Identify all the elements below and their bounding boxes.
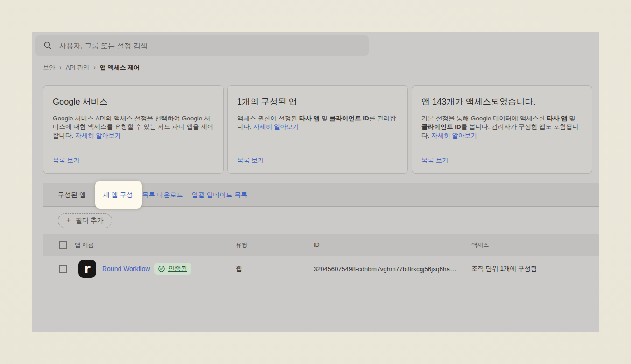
info-cards: Google 서비스 Google 서비스 API의 액세스 설정을 선택하여 … [43,85,592,174]
card-text-bold: 클라이언트 ID [330,115,369,122]
header-app-name: 앱 이름 [75,241,94,249]
card-text: 및 [568,115,575,122]
chevron-right-icon: › [59,63,62,71]
verified-badge-label: 인증됨 [168,265,187,273]
card-text-bold: 클라이언트 ID [421,123,461,130]
learn-more-link[interactable]: 자세히 알아보기 [253,123,299,130]
add-filter-button[interactable]: + 필터 추가 [58,213,112,228]
app-access-cell: 조직 단위 1개에 구성됨 [471,265,537,273]
bulk-update-list-button[interactable]: 일괄 업데이트 목록 [192,191,248,199]
chevron-right-icon: › [93,63,96,71]
apps-toolbar: 구성된 앱 새 앱 구성 목록 다운로드 일괄 업데이트 목록 [43,183,599,207]
header-id: ID [314,242,320,248]
view-list-link[interactable]: 목록 보기 [421,156,449,165]
search-icon [43,41,52,50]
card-title: Google 서비스 [53,96,214,107]
app-logo-icon: r [78,260,96,278]
search-bar[interactable] [35,35,369,56]
card-text: 액세스 권한이 설정된 [237,115,299,122]
view-list-link[interactable]: 목록 보기 [237,156,264,165]
header-access: 액세스 [471,241,489,249]
filter-row: + 필터 추가 [43,207,599,234]
card-text-bold: 타사 앱 [299,115,320,122]
card-accessed-apps: 앱 143개가 액세스되었습니다. 기본 설정을 통해 Google 데이터에 … [412,85,592,174]
download-list-button[interactable]: 목록 다운로드 [142,191,183,199]
row-checkbox[interactable] [59,265,67,273]
breadcrumb-api-controls[interactable]: API 관리 [66,63,90,72]
verified-badge[interactable]: 인증됨 [154,263,191,275]
breadcrumb-current-page: 앱 액세스 제어 [100,63,140,72]
card-configured-apps: 1개의 구성된 앱 액세스 권한이 설정된 타사 앱 및 클라이언트 ID를 관… [227,85,408,174]
header-type: 유형 [236,241,247,249]
table-header: 앱 이름 유형 ID 액세스 [43,234,599,256]
app-name-link[interactable]: Round Workflow [102,265,150,273]
card-google-services: Google 서비스 Google 서비스 API의 액세스 설정을 선택하여 … [43,85,224,174]
card-title: 1개의 구성된 앱 [237,96,398,107]
card-description: 기본 설정을 통해 Google 데이터에 액세스한 타사 앱 및 클라이언트 … [421,114,582,140]
card-title: 앱 143개가 액세스되었습니다. [421,96,582,107]
breadcrumb: 보안 › API 관리 › 앱 액세스 제어 [43,63,140,72]
card-description: Google 서비스 API의 액세스 설정을 선택하여 Google 서비스에… [53,114,214,140]
app-id-cell: 320456075498-cdnbm7vghm77bi8rkcgj56jsq6h… [314,265,456,272]
card-text: 기본 설정을 통해 Google 데이터에 액세스한 [421,115,547,122]
configured-apps-tab[interactable]: 구성된 앱 [58,191,86,199]
header-divider [32,76,599,76]
plus-icon: + [66,216,71,225]
card-text-bold: 타사 앱 [547,115,568,122]
view-list-link[interactable]: 목록 보기 [53,156,80,165]
configure-new-app-button[interactable]: 새 앱 구성 [103,191,133,199]
search-input[interactable] [59,42,361,49]
table-row: r Round Workflow 인증됨 웹 320456075498-cdnb… [43,256,599,281]
add-filter-label: 필터 추가 [76,217,104,225]
card-description: 액세스 권한이 설정된 타사 앱 및 클라이언트 ID를 관리합니다. 자세히 … [237,114,398,132]
learn-more-link[interactable]: 자세히 알아보기 [75,132,121,139]
admin-console-panel: 보안 › API 관리 › 앱 액세스 제어 Google 서비스 Google… [32,32,599,332]
new-app-button-wrap: 새 앱 구성 [103,191,133,199]
check-circle-icon [158,265,165,273]
learn-more-link[interactable]: 자세히 알아보기 [431,132,477,139]
select-all-checkbox[interactable] [59,241,67,249]
card-text: 및 [320,115,330,122]
breadcrumb-security[interactable]: 보안 [43,63,55,72]
app-name-cell: r Round Workflow 인증됨 [78,260,191,278]
app-type-cell: 웹 [236,265,242,273]
